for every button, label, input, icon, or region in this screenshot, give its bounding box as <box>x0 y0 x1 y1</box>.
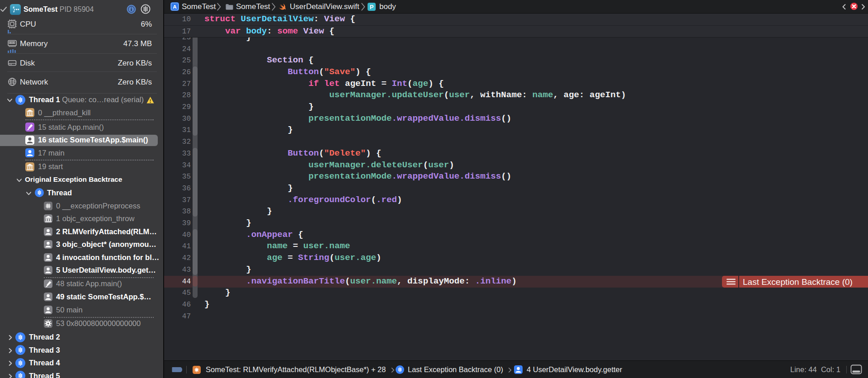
svg-text:P: P <box>370 4 374 10</box>
svg-text:A: A <box>173 4 177 9</box>
